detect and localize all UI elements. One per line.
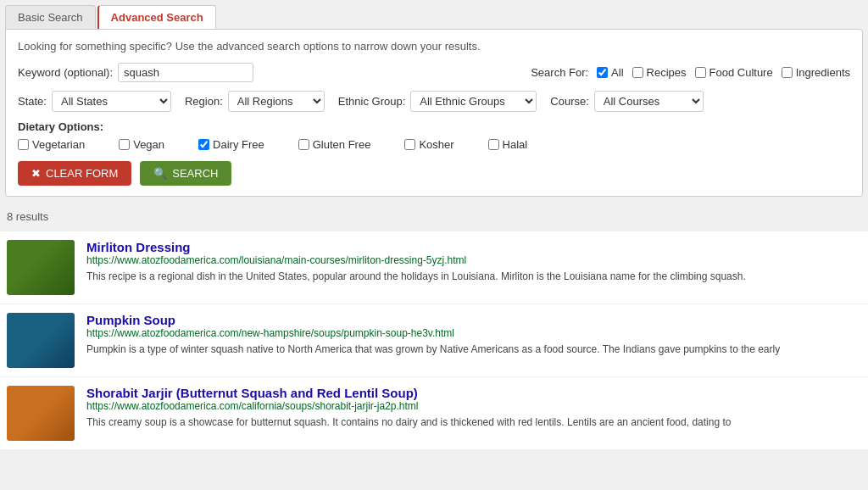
checkbox-dairy-free-label: Dairy Free bbox=[213, 138, 264, 151]
result-desc-shorabit: This creamy soup is a showcase for butte… bbox=[86, 415, 861, 430]
clear-icon: ✖ bbox=[31, 167, 41, 180]
search-for-group: Search For: All Recipes Food Culture Ing… bbox=[531, 66, 850, 79]
checkbox-food-culture[interactable]: Food Culture bbox=[695, 66, 773, 79]
checkbox-dairy-free-input[interactable] bbox=[198, 139, 209, 150]
result-url-mirliton: https://www.atozfoodamerica.com/louisian… bbox=[86, 254, 861, 266]
checkbox-gluten-free-label: Gluten Free bbox=[313, 138, 371, 151]
dietary-row: Vegetarian Vegan Dairy Free Gluten Free … bbox=[18, 138, 850, 151]
checkbox-halal-input[interactable] bbox=[488, 139, 499, 150]
advanced-search-panel: Looking for something specific? Use the … bbox=[5, 29, 863, 197]
checkbox-halal-label: Halal bbox=[503, 138, 528, 151]
result-image-mirliton bbox=[7, 240, 75, 295]
checkbox-vegan[interactable]: Vegan bbox=[119, 138, 164, 151]
checkbox-ingredients-label: Ingredients bbox=[796, 66, 850, 79]
result-text-mirliton: Mirliton Dressing https://www.atozfoodam… bbox=[86, 240, 861, 284]
result-title-shorabit[interactable]: Shorabit Jarjir (Butternut Squash and Re… bbox=[86, 386, 418, 400]
checkbox-vegan-input[interactable] bbox=[119, 139, 130, 150]
course-select[interactable]: All Courses Main Courses Soups Desserts bbox=[594, 91, 704, 112]
checkbox-dairy-free[interactable]: Dairy Free bbox=[198, 138, 264, 151]
result-image-shorabit bbox=[7, 386, 75, 441]
checkbox-kosher-label: Kosher bbox=[419, 138, 453, 151]
search-label: SEARCH bbox=[172, 167, 218, 180]
search-button[interactable]: 🔍 SEARCH bbox=[140, 161, 231, 186]
checkbox-all-input[interactable] bbox=[597, 67, 608, 78]
results-count: 8 results bbox=[0, 205, 868, 228]
checkbox-recipes[interactable]: Recipes bbox=[632, 66, 687, 79]
search-icon: 🔍 bbox=[153, 167, 167, 180]
checkbox-ingredients[interactable]: Ingredients bbox=[782, 66, 850, 79]
checkbox-vegan-label: Vegan bbox=[133, 138, 164, 151]
filters-row: State: All States California Louisiana N… bbox=[18, 91, 850, 112]
keyword-label: Keyword (optional): bbox=[18, 66, 113, 79]
clear-form-button[interactable]: ✖ CLEAR FORM bbox=[18, 161, 131, 186]
checkbox-all-label: All bbox=[611, 66, 623, 79]
tab-bar: Basic Search Advanced Search bbox=[0, 0, 868, 29]
result-text-pumpkin: Pumpkin Soup https://www.atozfoodamerica… bbox=[86, 313, 861, 357]
result-url-shorabit: https://www.atozfoodamerica.com/californ… bbox=[86, 400, 861, 412]
state-label: State: bbox=[18, 95, 47, 108]
checkbox-food-culture-label: Food Culture bbox=[709, 66, 773, 79]
search-for-label: Search For: bbox=[531, 66, 588, 79]
result-desc-mirliton: This recipe is a regional dish in the Un… bbox=[86, 269, 861, 284]
ethnic-group-filter: Ethnic Group: All Ethnic Groups bbox=[338, 91, 537, 112]
checkbox-gluten-free-input[interactable] bbox=[298, 139, 309, 150]
ethnic-group-label: Ethnic Group: bbox=[338, 95, 406, 108]
checkbox-vegetarian-input[interactable] bbox=[18, 139, 29, 150]
tab-basic[interactable]: Basic Search bbox=[5, 5, 96, 29]
result-title-pumpkin[interactable]: Pumpkin Soup bbox=[86, 313, 175, 327]
hint-text: Looking for something specific? Use the … bbox=[18, 40, 850, 53]
checkbox-all[interactable]: All bbox=[597, 66, 623, 79]
region-filter: Region: All Regions Northeast South West bbox=[185, 91, 325, 112]
checkbox-gluten-free[interactable]: Gluten Free bbox=[298, 138, 371, 151]
region-label: Region: bbox=[185, 95, 223, 108]
region-select[interactable]: All Regions Northeast South West bbox=[228, 91, 325, 112]
checkbox-food-culture-input[interactable] bbox=[695, 67, 706, 78]
result-item: Pumpkin Soup https://www.atozfoodamerica… bbox=[0, 304, 868, 377]
checkbox-ingredients-input[interactable] bbox=[782, 67, 793, 78]
clear-form-label: CLEAR FORM bbox=[46, 167, 118, 180]
course-label: Course: bbox=[550, 95, 589, 108]
checkbox-vegetarian-label: Vegetarian bbox=[32, 138, 85, 151]
result-item: Shorabit Jarjir (Butternut Squash and Re… bbox=[0, 377, 868, 450]
checkbox-vegetarian[interactable]: Vegetarian bbox=[18, 138, 85, 151]
state-filter: State: All States California Louisiana N… bbox=[18, 91, 171, 112]
result-desc-pumpkin: Pumpkin is a type of winter squash nativ… bbox=[86, 342, 861, 357]
dietary-label: Dietary Options: bbox=[18, 120, 850, 133]
result-item: Mirliton Dressing https://www.atozfoodam… bbox=[0, 231, 868, 304]
result-title-mirliton[interactable]: Mirliton Dressing bbox=[86, 240, 191, 254]
checkbox-kosher-input[interactable] bbox=[404, 139, 415, 150]
keyword-input[interactable] bbox=[118, 63, 253, 82]
result-text-shorabit: Shorabit Jarjir (Butternut Squash and Re… bbox=[86, 386, 861, 430]
state-select[interactable]: All States California Louisiana New Hamp… bbox=[52, 91, 171, 112]
result-image-pumpkin bbox=[7, 313, 75, 368]
button-group: ✖ CLEAR FORM 🔍 SEARCH bbox=[18, 161, 850, 186]
keyword-row: Keyword (optional): Search For: All Reci… bbox=[18, 63, 850, 82]
checkbox-kosher[interactable]: Kosher bbox=[404, 138, 453, 151]
course-filter: Course: All Courses Main Courses Soups D… bbox=[550, 91, 704, 112]
checkbox-halal[interactable]: Halal bbox=[488, 138, 528, 151]
checkbox-recipes-input[interactable] bbox=[632, 67, 643, 78]
checkbox-recipes-label: Recipes bbox=[647, 66, 687, 79]
result-url-pumpkin: https://www.atozfoodamerica.com/new-hamp… bbox=[86, 327, 861, 339]
tab-advanced[interactable]: Advanced Search bbox=[97, 5, 216, 29]
ethnic-group-select[interactable]: All Ethnic Groups bbox=[410, 91, 537, 112]
